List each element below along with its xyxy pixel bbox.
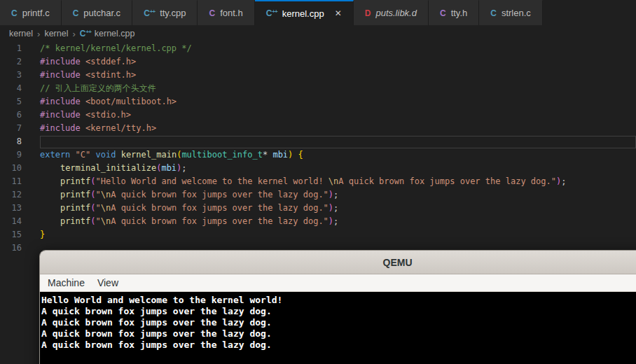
tab-close-icon[interactable]: ✕ — [335, 8, 342, 18]
tab-printf.c[interactable]: Cprintf.c — [0, 0, 62, 25]
plus-plus-suffix: ++ — [85, 29, 90, 35]
code-token: #include — [40, 57, 81, 66]
breadcrumb-label: kernel — [44, 29, 68, 38]
code-line[interactable]: 9extern "C" void kernel_main(multiboot_i… — [0, 148, 636, 162]
code-token: <stdio.h> — [85, 110, 131, 120]
code-token: ; — [561, 176, 566, 186]
code-token: mbi — [161, 163, 177, 173]
code-token: { — [298, 150, 303, 160]
code-line[interactable]: 11 printf("Hello World and welcome to th… — [0, 175, 636, 188]
code-line[interactable]: 4// 引入上面定义的两个头文件 — [0, 82, 636, 95]
qemu-titlebar[interactable]: QEMU — [40, 251, 636, 274]
code-token — [293, 150, 298, 160]
breadcrumb-item-kernel[interactable]: kernel — [9, 29, 33, 38]
c-file-icon: C — [11, 9, 18, 18]
breadcrumb-separator-icon: › — [37, 29, 40, 39]
code-line[interactable]: 5#include <boot/multiboot.h> — [0, 95, 636, 108]
code-token: <stdint.h> — [85, 70, 136, 80]
tab-puts.libk.d[interactable]: Dputs.libk.d — [354, 0, 429, 25]
cpp-file-icon: C++ — [144, 9, 155, 18]
code-token: #include — [40, 123, 81, 133]
code-line[interactable]: 14 printf("\nA quick brown fox jumps ove… — [0, 215, 636, 228]
tab-label: strlen.c — [502, 8, 531, 18]
code-editor[interactable]: 1/* kernel/kernel/kernel.cpp */2#include… — [0, 42, 636, 255]
code-token: ( — [90, 203, 95, 213]
code-token: } — [40, 230, 45, 239]
tab-label: kernel.cpp — [282, 8, 324, 19]
code-line[interactable]: 12 printf("\nA quick brown fox jumps ove… — [0, 188, 636, 202]
code-line[interactable]: 7#include <kernel/tty.h> — [0, 122, 636, 135]
code-line-content: #include <stddef.h> — [40, 55, 636, 69]
line-number: 13 — [0, 202, 22, 215]
breadcrumb-item-kernel[interactable]: kernel — [44, 29, 68, 38]
terminal-line: A quick brown fox jumps over the lazy do… — [41, 340, 636, 351]
code-line[interactable]: 6#include <stdio.h> — [0, 108, 636, 122]
tab-putchar.c[interactable]: Cputchar.c — [62, 0, 132, 25]
qemu-window-title: QEMU — [383, 257, 413, 268]
code-token: printf — [60, 190, 90, 200]
breadcrumb-item-kernel.cpp[interactable]: C++kernel.cpp — [80, 29, 135, 38]
code-line[interactable]: 15} — [0, 228, 636, 241]
tab-label: tty.cpp — [160, 8, 186, 18]
qemu-window: QEMU MachineView Hello World and welcome… — [39, 250, 636, 364]
code-token: \n — [101, 216, 111, 226]
code-token — [70, 150, 75, 160]
code-token: <kernel/tty.h> — [85, 123, 156, 133]
vscode-window: Cprintf.cCputchar.cC++tty.cppCfont.hC++k… — [0, 0, 636, 364]
code-token: ; — [181, 163, 186, 173]
tab-label: printf.c — [22, 8, 50, 18]
tab-tty.h[interactable]: Ctty.h — [429, 0, 479, 25]
code-token — [81, 57, 85, 66]
code-token — [40, 163, 60, 173]
code-token: <boot/multiboot.h> — [85, 97, 177, 106]
line-number: 14 — [0, 215, 22, 228]
line-number: 1 — [0, 42, 22, 55]
code-line-content: printf("\nA quick brown fox jumps over t… — [40, 202, 636, 215]
tab-strlen.c[interactable]: Cstrlen.c — [479, 0, 543, 25]
code-token: printf — [60, 176, 90, 186]
tab-label: tty.h — [451, 8, 468, 18]
line-number: 4 — [0, 82, 22, 95]
tab-label: putchar.c — [83, 8, 120, 18]
code-line[interactable]: 2#include <stddef.h> — [0, 55, 636, 69]
line-number: 8 — [0, 135, 22, 148]
line-number: 7 — [0, 122, 22, 135]
line-number: 10 — [0, 162, 22, 175]
line-number: 6 — [0, 108, 22, 122]
line-number: 2 — [0, 55, 22, 69]
menu-item-machine[interactable]: Machine — [41, 275, 91, 290]
code-token — [81, 97, 85, 106]
code-token — [40, 190, 60, 200]
code-token: " — [96, 203, 101, 213]
code-token — [40, 203, 60, 213]
code-line[interactable]: 10 terminal_initialize(mbi); — [0, 162, 636, 175]
code-token: " — [96, 190, 101, 200]
code-token: // 引入上面定义的两个头文件 — [40, 83, 156, 93]
code-token: ) — [329, 203, 333, 213]
plus-plus-suffix: ++ — [150, 8, 155, 15]
line-number: 15 — [0, 228, 22, 241]
code-token: "Hello World and welcome to the kernel w… — [96, 176, 329, 186]
code-line-content — [40, 136, 636, 148]
menu-item-view[interactable]: View — [91, 275, 125, 290]
tab-kernel.cpp[interactable]: C++kernel.cpp✕ — [255, 0, 354, 25]
code-token: mbi — [272, 150, 288, 160]
code-line[interactable]: 1/* kernel/kernel/kernel.cpp */ — [0, 42, 636, 55]
tab-tty.cpp[interactable]: C++tty.cpp — [132, 0, 198, 25]
code-line-content: #include <stdio.h> — [40, 108, 636, 122]
terminal-line: A quick brown fox jumps over the lazy do… — [41, 328, 636, 340]
tab-font.h[interactable]: Cfont.h — [198, 0, 254, 25]
code-line[interactable]: 8 — [0, 135, 636, 148]
tab-label: font.h — [220, 8, 243, 18]
code-line-content: printf("\nA quick brown fox jumps over t… — [40, 188, 636, 202]
code-token: void — [96, 150, 116, 160]
d-file-icon: D — [365, 9, 371, 18]
breadcrumb-label: kernel — [9, 29, 33, 38]
code-line[interactable]: 13 printf("\nA quick brown fox jumps ove… — [0, 202, 636, 215]
line-number: 5 — [0, 95, 22, 108]
code-token: #include — [40, 97, 81, 106]
code-line-content: terminal_initialize(mbi); — [40, 162, 636, 175]
code-line[interactable]: 3#include <stdint.h> — [0, 69, 636, 82]
code-token: A quick brown fox jumps over the lazy do… — [111, 216, 329, 226]
editor-tab-bar: Cprintf.cCputchar.cC++tty.cppCfont.hC++k… — [0, 0, 636, 25]
